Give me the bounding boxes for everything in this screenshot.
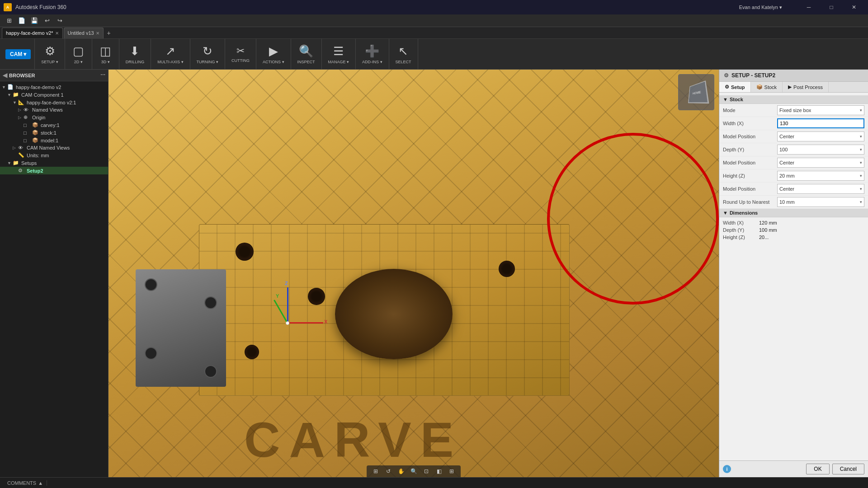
browser-header: ◀ BROWSER ⋯ [0, 70, 108, 81]
setup-tab-setup[interactable]: ⚙ Setup [719, 82, 751, 92]
tree-label: CAM Component 1 [21, 92, 64, 98]
ok-button[interactable]: OK [806, 464, 829, 474]
model-pos-3-select-value: Center [779, 186, 794, 192]
browser-collapse-icon[interactable]: ◀ [3, 72, 7, 79]
depth-y-input[interactable]: 100 ▾ [777, 145, 864, 155]
round-up-select[interactable]: 10 mm ▾ [777, 197, 864, 207]
stock-section-header[interactable]: ▼ Stock [719, 95, 868, 104]
setup-tab-stock[interactable]: 📦 Stock [751, 82, 783, 92]
manage-label: MANAGE ▾ [328, 60, 349, 64]
tab-untitled[interactable]: Untitled v13 ✕ [64, 28, 104, 38]
multi-axis-button[interactable]: ↗ MULTI-AXIS ▾ [154, 42, 187, 67]
select-button[interactable]: ↖ SELECT [392, 42, 415, 67]
tab-close-icon[interactable]: ✕ [96, 31, 99, 36]
viewcube[interactable]: HOME [678, 74, 714, 110]
maximize-button[interactable]: □ [821, 0, 842, 14]
tree-item-setups[interactable]: ▼ 📁 Setups [0, 159, 108, 167]
setup-label: SETUP ▾ [41, 60, 58, 64]
minimize-button[interactable]: ─ [798, 0, 819, 14]
info-button[interactable]: i [723, 465, 731, 473]
mode-field-row: Mode Fixed size box ▾ [719, 104, 868, 117]
ribbon-section-2d: ▢ 2D ▾ [65, 39, 92, 69]
toolbar: ⊞ 📄 💾 ↩ ↪ [0, 14, 868, 27]
model-pos-2-select-value: Center [779, 160, 794, 165]
model-pos-1-select-value: Center [779, 134, 794, 139]
redo-button[interactable]: ↪ [54, 15, 65, 26]
tree-item-origin[interactable]: ▷ ⊕ Origin [0, 113, 108, 121]
tree-item-model[interactable]: □ 📦 model:1 [0, 136, 108, 144]
view-options-button[interactable]: ⊞ [370, 466, 381, 476]
tree-item-cam-named-views[interactable]: ▷ 👁 CAM Named Views [0, 144, 108, 151]
inspect-button[interactable]: 🔍 INSPECT [294, 42, 319, 67]
dim-width-row: Width (X) 120 mm [723, 219, 864, 226]
select-label: SELECT [396, 60, 411, 64]
setup-tab-postprocess[interactable]: ▶ Post Process [783, 82, 829, 92]
width-x-input[interactable] [777, 118, 864, 128]
fixture-hole-2 [204, 296, 217, 309]
turning-button[interactable]: ↻ TURNING ▾ [193, 42, 222, 67]
grid-menu-button[interactable]: ⊞ [4, 15, 14, 26]
tree-label: carvey:1 [41, 122, 60, 128]
pan-button[interactable]: ✋ [396, 466, 406, 476]
inspect-icon: 🔍 [299, 44, 313, 58]
folder-icon: 📁 [13, 160, 20, 166]
folder-icon: 📁 [13, 92, 20, 98]
file-button[interactable]: 📄 [16, 15, 27, 26]
model-pos-1-row: Model Position Center ▾ [719, 130, 868, 143]
tree-item-setup2[interactable]: ⚙ Setup2 [0, 167, 108, 174]
dimensions-section-header[interactable]: ▼ Dimensions [719, 209, 868, 217]
viewport[interactable]: Z X Y CARVE HOME ⊞ ↺ ✋ 🔍 ⊡ ◧ ⊞ [108, 70, 719, 477]
setup-dialog-content: ▼ Stock Mode Fixed size box ▾ Width (X) [719, 93, 868, 460]
3d-button[interactable]: ◫ 3D ▾ [96, 42, 115, 67]
setup-dialog-icon: ⚙ [724, 72, 729, 79]
model-pos-2-select[interactable]: Center ▾ [777, 158, 864, 168]
grid-button[interactable]: ⊞ [446, 466, 457, 476]
tree-item-cam-component[interactable]: ▼ 📁 CAM Component 1 [0, 91, 108, 99]
cancel-button[interactable]: Cancel [832, 464, 864, 474]
2d-button[interactable]: ▢ 2D ▾ [69, 42, 88, 67]
height-z-input[interactable]: 20 mm ▾ [777, 171, 864, 181]
mode-select[interactable]: Fixed size box ▾ [777, 105, 864, 115]
actions-label: ACTIONS ▾ [263, 60, 284, 64]
tree-arrow-icon: ▷ [13, 145, 18, 150]
round-up-value: 10 mm ▾ [777, 197, 864, 207]
tree-item-units[interactable]: 📏 Units: mm [0, 151, 108, 159]
close-button[interactable]: ✕ [844, 0, 864, 14]
dim-depth-label: Depth (Y) [723, 227, 759, 233]
app-title: Autodesk Fusion 360 [15, 4, 66, 10]
orbit-button[interactable]: ↺ [383, 466, 394, 476]
tab-close-icon[interactable]: ✕ [55, 31, 59, 36]
user-account[interactable]: Evan and Katelyn ▾ [739, 5, 782, 10]
comments-expand-icon[interactable]: ▲ [38, 480, 43, 486]
setup-button[interactable]: ⚙ SETUP ▾ [38, 42, 61, 67]
browser-options-icon[interactable]: ⋯ [100, 72, 105, 78]
3d-icon: ◫ [100, 44, 111, 58]
tree-item-hfd[interactable]: ▼ 📐 happy-face-demo v2:1 [0, 99, 108, 106]
cam-button[interactable]: CAM ▾ [5, 49, 31, 59]
save-button[interactable]: 💾 [29, 15, 40, 26]
tab-happy-face[interactable]: happy-face-demo v2* ✕ [2, 28, 63, 38]
box-icon: 📦 [32, 130, 39, 136]
actions-button[interactable]: ▶ ACTIONS ▾ [259, 42, 288, 67]
manage-button[interactable]: ☰ MANAGE ▾ [325, 42, 353, 67]
fixture-hole-4 [204, 365, 217, 378]
display-mode-button[interactable]: ◧ [434, 466, 444, 476]
dim-width-value: 120 mm [759, 220, 777, 225]
tree-item-stock[interactable]: □ 📦 stock:1 [0, 129, 108, 136]
tree-item-named-views[interactable]: ▷ 👁 Named Views [0, 106, 108, 113]
addins-button[interactable]: ➕ ADD-INS ▾ [359, 42, 386, 67]
fit-button[interactable]: ⊡ [421, 466, 432, 476]
box-icon: 📦 [32, 122, 39, 128]
model-pos-1-select[interactable]: Center ▾ [777, 131, 864, 141]
tree-item-root[interactable]: ▼ 📄 happy-face-demo v2 [0, 83, 108, 91]
drilling-button[interactable]: ⬇ DRILLING [122, 42, 148, 67]
model-pos-3-select[interactable]: Center ▾ [777, 184, 864, 194]
undo-button[interactable]: ↩ [42, 15, 52, 26]
setup-dialog-title: SETUP - SETUP2 [731, 72, 775, 79]
cutting-button[interactable]: ✂ CUTTING [228, 42, 253, 67]
dropdown-arrow-icon: ▾ [860, 174, 862, 178]
tree-item-carvey[interactable]: □ 📦 carvey:1 [0, 121, 108, 129]
add-tab-button[interactable]: + [104, 28, 113, 38]
height-z-value: 20 mm ▾ [777, 171, 864, 181]
zoom-button[interactable]: 🔍 [408, 466, 419, 476]
